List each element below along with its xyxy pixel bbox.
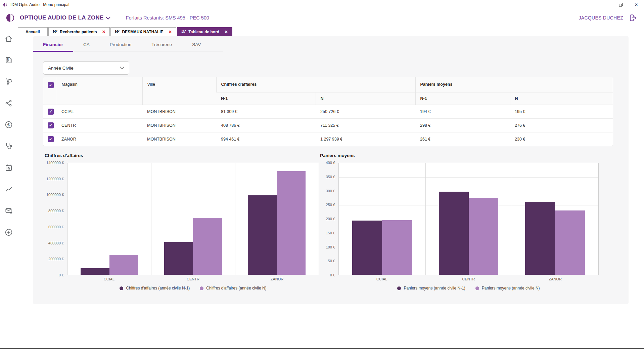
y-axis-label: 200 € [326,217,335,221]
bar [555,210,585,275]
column-header-ville: Ville [142,77,216,105]
restore-button[interactable] [613,0,629,9]
subtab-tresorerie[interactable]: Trésorerie [141,37,182,51]
sidebar-item-messages[interactable] [4,206,13,215]
tab-desmaux-nathalie[interactable]: W DESMAUX NATHALIE ✕ [110,27,176,36]
y-axis-label: 300 € [326,189,335,193]
hand-truck-icon [4,77,13,86]
window-titlebar: IDM Optic Audio - Menu principal ─ ✕ [0,0,644,9]
y-axis-label: 0 € [330,273,335,277]
bar [164,242,193,275]
left-sidebar: € € [0,27,17,349]
bar [81,268,109,275]
bar [248,195,277,275]
tab-tableau-de-bord[interactable]: W Tableau de bord ✕ [177,27,232,36]
forfaits-restants-info: Forfaits Restants: SMS 495 - PEC 500 [126,15,209,21]
x-axis-label: ZANOR [512,277,599,281]
invoice-euro-icon: € [4,56,13,65]
tab-label: Tableau de bord [188,30,219,34]
close-tab-icon[interactable]: ✕ [102,29,105,34]
app-header: OPTIQUE AUDIO DE LA ZONE Forfaits Restan… [0,9,644,27]
tab-label: Recherche patients [60,30,97,34]
sidebar-item-home[interactable] [4,34,13,43]
sidebar-item-agenda[interactable] [4,163,13,172]
minimize-button[interactable]: ─ [598,0,613,9]
row-checkbox[interactable]: ✓ [48,122,54,128]
y-axis: 400 €350 €300 €250 €200 €150 €100 €50 €0… [317,163,338,275]
column-group-paniers-moyens: Paniers moyens [415,77,613,92]
cell-pm-n1: 298 € [415,118,510,132]
column-header-ca-n1: N-1 [216,92,316,105]
x-axis-label: CENTR [151,277,235,281]
column-header-ca-n: N [316,92,415,105]
sidebar-item-audiology[interactable] [4,142,13,151]
bar-group-centr [151,163,235,275]
stores-table: ✓ Magasin Ville Chiffres d'affaires Pani… [43,77,613,146]
sidebar-item-finance[interactable]: € [4,120,13,129]
svg-text:€: € [7,58,8,60]
x-axis-label: CCIAL [338,277,425,281]
chart-paniers-moyens: Paniers moyens 400 €350 €300 €250 €200 €… [317,153,599,290]
euro-circle-icon: € [4,120,13,129]
sidebar-item-invoices[interactable]: € [4,56,13,65]
y-axis-label: 0 € [59,273,64,277]
bar [382,220,412,275]
subtab-sav[interactable]: SAV [182,37,211,51]
restore-icon [619,3,623,7]
zone-selector[interactable]: OPTIQUE AUDIO DE LA ZONE [20,14,110,21]
bar [439,192,469,275]
close-tab-icon[interactable]: ✕ [224,29,228,34]
subtab-production[interactable]: Production [100,37,142,51]
home-icon [4,34,13,43]
y-axis-label: 800000 € [48,209,64,213]
y-axis: 1400000 €1200000 €1000000 €800000 €60000… [41,163,67,275]
tab-accueil[interactable]: Accueil [18,27,48,36]
mail-star-icon [4,206,13,215]
y-axis-label: 50 € [328,259,335,263]
close-button[interactable]: ✕ [629,0,644,9]
column-header-pm-n1: N-1 [415,92,510,105]
select-all-checkbox[interactable]: ✓ [48,82,54,88]
legend-dot-icon [397,286,401,290]
cell-ca-n1: 994 461 € [216,132,316,146]
window-title: IDM Optic Audio - Menu principal [10,2,69,7]
y-axis-label: 1000000 € [46,193,64,197]
row-checkbox[interactable]: ✓ [48,136,54,142]
legend-dot-icon [200,286,203,290]
period-selector[interactable]: Année Civile [43,61,129,75]
current-user-name: JACQUES DUCHEZ [579,15,623,21]
cell-magasin: CENTR [57,118,142,132]
bar [525,202,555,275]
stethoscope-icon [4,142,13,151]
chart-title: Chiffres d'affaires [45,153,319,158]
sidebar-item-deliveries[interactable] [4,77,13,86]
chart-chiffres-affaires: Chiffres d'affaires 1400000 €1200000 €10… [41,153,319,290]
chevron-down-icon [106,17,110,20]
cell-ville: MONTBRISON [142,132,216,146]
cell-pm-n: 276 € [510,118,613,132]
sidebar-item-share[interactable] [4,99,13,108]
cell-pm-n: 230 € [510,132,613,146]
app-logo-icon [6,12,16,23]
cell-ca-n1: 408 786 € [216,118,316,132]
subtab-financier[interactable]: Financier [33,37,73,51]
row-checkbox[interactable]: ✓ [48,109,54,115]
column-header-pm-n: N [510,92,613,105]
dashboard-panel: Financier CA Production Trésorerie SAV A… [33,36,629,304]
subtab-ca[interactable]: CA [73,37,100,51]
logout-icon [629,13,637,22]
cell-ville: MONTBRISON [142,118,216,132]
y-axis-label: 400 € [326,161,335,165]
tab-recherche-patients[interactable]: W Recherche patients ✕ [48,27,110,36]
logout-button[interactable] [628,13,638,23]
share-icon [4,99,13,108]
sidebar-item-statistics[interactable] [4,185,13,194]
sidebar-item-add[interactable] [4,228,13,237]
column-group-chiffres-affaires: Chiffres d'affaires [216,77,415,92]
dashboard-subtabs: Financier CA Production Trésorerie SAV [33,37,223,51]
column-header-magasin: Magasin [57,77,142,105]
w-icon: W [181,29,186,34]
close-tab-icon[interactable]: ✕ [169,29,172,34]
cell-ca-n: 711 325 € [316,118,415,132]
bar [469,198,499,275]
